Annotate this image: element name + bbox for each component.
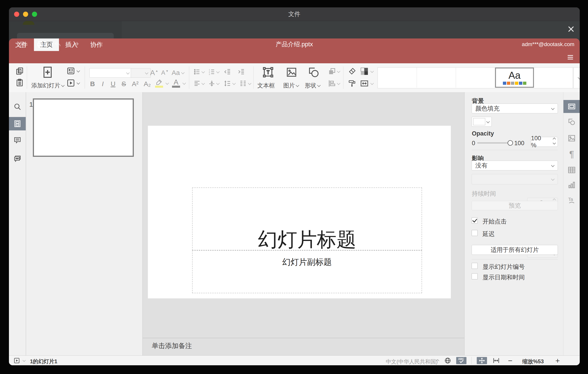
increase-indent-icon[interactable] bbox=[236, 67, 246, 76]
slide[interactable]: 幻灯片标题 幻灯片副标题 bbox=[148, 126, 451, 298]
notes-area[interactable]: 单击添加备注 bbox=[143, 338, 464, 355]
textart-settings-icon[interactable]: Ta bbox=[563, 194, 580, 207]
preview-mode-arrow[interactable] bbox=[22, 357, 26, 364]
numbering-arrow[interactable] bbox=[216, 69, 220, 75]
search-icon[interactable] bbox=[9, 100, 26, 113]
image-icon[interactable] bbox=[283, 65, 300, 79]
theme-item[interactable] bbox=[534, 67, 573, 88]
font-color-arrow[interactable] bbox=[182, 80, 186, 87]
slide-settings-icon[interactable] bbox=[563, 100, 580, 113]
effect-select[interactable]: 没有 bbox=[472, 161, 558, 170]
change-case-icon[interactable]: Aa bbox=[170, 68, 185, 77]
document-language-icon[interactable] bbox=[443, 357, 452, 364]
arrange-arrow[interactable] bbox=[336, 68, 340, 75]
slide-size-icon[interactable] bbox=[359, 78, 370, 88]
font-name-select[interactable] bbox=[89, 68, 132, 78]
color-scheme-arrow[interactable] bbox=[370, 68, 374, 75]
hamburger-menu-icon[interactable] bbox=[566, 53, 575, 62]
close-traffic-light[interactable] bbox=[14, 12, 19, 17]
add-slide-button[interactable]: 添加幻灯片 bbox=[31, 82, 64, 89]
font-size-select[interactable] bbox=[131, 68, 151, 78]
shape-button[interactable]: 形状 bbox=[305, 82, 320, 89]
zoom-out-button[interactable]: − bbox=[506, 357, 515, 364]
minimize-traffic-light[interactable] bbox=[23, 12, 28, 17]
opacity-slider[interactable] bbox=[477, 142, 510, 143]
bold-button[interactable]: B bbox=[88, 79, 97, 89]
columns-icon[interactable] bbox=[238, 79, 248, 88]
textbox-icon[interactable] bbox=[257, 65, 279, 79]
underline-button[interactable]: U bbox=[108, 79, 118, 89]
theme-item[interactable] bbox=[378, 67, 417, 88]
fit-to-slide-icon[interactable] bbox=[477, 357, 487, 364]
decrease-indent-icon[interactable] bbox=[222, 67, 232, 76]
vertical-align-arrow[interactable] bbox=[216, 80, 220, 87]
start-slideshow-button[interactable] bbox=[65, 78, 80, 88]
shape-icon[interactable] bbox=[305, 65, 323, 79]
spellcheck-icon[interactable]: ABC bbox=[456, 357, 466, 364]
arrange-icon[interactable] bbox=[327, 66, 337, 76]
strikethrough-button[interactable]: S bbox=[119, 79, 129, 89]
subscript-button[interactable]: A₂ bbox=[142, 79, 153, 89]
effect-type-select[interactable] bbox=[472, 174, 558, 184]
slides-panel-icon[interactable] bbox=[9, 117, 26, 130]
shape-settings-icon[interactable] bbox=[563, 115, 580, 128]
image-button[interactable]: 图片 bbox=[283, 82, 299, 89]
font-color-icon[interactable]: A bbox=[171, 78, 181, 86]
theme-item[interactable] bbox=[417, 67, 456, 88]
theme-gallery-expand[interactable] bbox=[573, 67, 580, 88]
columns-arrow[interactable] bbox=[248, 80, 252, 87]
horizontal-align-arrow[interactable] bbox=[201, 80, 205, 87]
close-icon[interactable] bbox=[566, 24, 576, 34]
paragraph-settings-icon[interactable]: ¶ bbox=[563, 148, 580, 161]
highlight-color-arrow[interactable] bbox=[165, 80, 169, 87]
superscript-button[interactable]: A² bbox=[130, 79, 141, 89]
title-placeholder[interactable]: 幻灯片标题 bbox=[192, 187, 422, 250]
fit-to-width-icon[interactable] bbox=[491, 357, 501, 364]
increase-font-icon[interactable]: A▲ bbox=[149, 68, 159, 77]
opacity-spinner[interactable]: 100 % bbox=[531, 137, 558, 147]
copy-style-icon[interactable] bbox=[347, 78, 357, 88]
language-label[interactable]: 中文(中华人民共和国) bbox=[386, 358, 438, 365]
slide-layout-button[interactable] bbox=[65, 66, 80, 76]
show-slide-number-checkbox[interactable] bbox=[472, 263, 478, 269]
eraser-icon[interactable] bbox=[347, 66, 357, 76]
copy-icon[interactable] bbox=[15, 66, 25, 76]
decrease-font-icon[interactable]: A▼ bbox=[160, 68, 169, 77]
spin-down-icon[interactable] bbox=[553, 141, 556, 144]
horizontal-align-icon[interactable] bbox=[193, 79, 201, 88]
vertical-align-icon[interactable] bbox=[207, 79, 216, 88]
highlight-color-icon[interactable] bbox=[154, 78, 164, 87]
slide-thumbnail[interactable] bbox=[33, 99, 134, 157]
background-fill-select[interactable]: 颜色填充 bbox=[472, 104, 558, 113]
bullets-arrow[interactable] bbox=[201, 69, 205, 75]
table-settings-icon[interactable] bbox=[563, 164, 580, 176]
chart-settings-icon[interactable] bbox=[563, 178, 580, 191]
numbering-icon[interactable]: 123 bbox=[207, 67, 216, 76]
comments-icon[interactable] bbox=[9, 133, 26, 147]
bullets-icon[interactable] bbox=[193, 67, 201, 76]
apply-to-all-button[interactable]: 适用于所有幻灯片 bbox=[472, 245, 558, 255]
theme-item-selected[interactable]: Aa bbox=[495, 67, 534, 88]
shape-align-icon[interactable] bbox=[327, 78, 337, 88]
image-settings-icon[interactable] bbox=[563, 132, 580, 145]
preview-button[interactable]: 预览 bbox=[472, 201, 558, 210]
textbox-button[interactable]: 文本框 bbox=[257, 82, 275, 89]
line-spacing-icon[interactable] bbox=[222, 79, 232, 88]
spin-up-icon[interactable] bbox=[553, 138, 556, 141]
paste-icon[interactable] bbox=[15, 78, 25, 88]
shape-align-arrow[interactable] bbox=[336, 80, 340, 87]
maximize-traffic-light[interactable] bbox=[32, 12, 37, 17]
theme-item[interactable] bbox=[456, 67, 495, 88]
italic-button[interactable]: I bbox=[98, 79, 107, 89]
start-preview-icon[interactable] bbox=[13, 357, 21, 364]
chat-icon[interactable] bbox=[9, 152, 26, 165]
delay-checkbox[interactable] bbox=[472, 230, 478, 236]
line-spacing-arrow[interactable] bbox=[232, 80, 236, 87]
subtitle-placeholder[interactable]: 幻灯片副标题 bbox=[192, 250, 422, 293]
color-scheme-icon[interactable] bbox=[359, 66, 370, 77]
opacity-slider-handle[interactable] bbox=[508, 140, 513, 146]
slide-size-arrow[interactable] bbox=[370, 80, 374, 87]
background-color-picker[interactable] bbox=[472, 117, 492, 127]
show-date-time-checkbox[interactable] bbox=[472, 273, 478, 279]
start-on-click-checkbox[interactable] bbox=[472, 217, 478, 223]
